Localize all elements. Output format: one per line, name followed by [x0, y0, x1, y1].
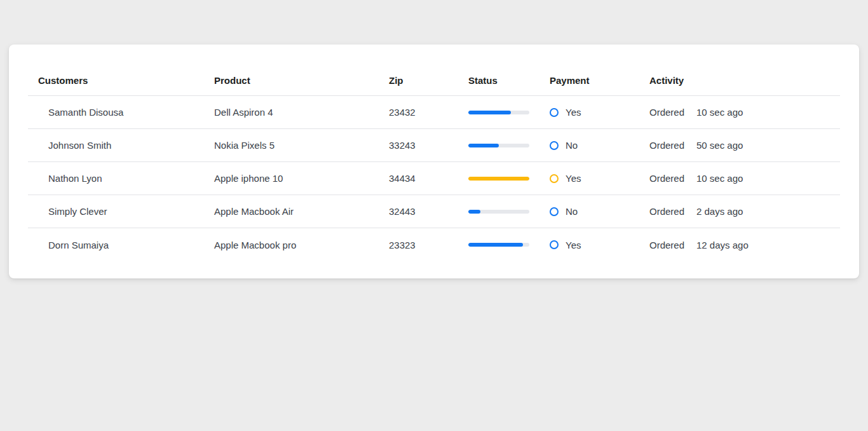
activity-status: Ordered — [649, 240, 696, 250]
activity-time: 12 days ago — [696, 240, 749, 250]
zip-value: 23323 — [389, 240, 468, 250]
table-header-row: Customers Product Zip Status Payment Act… — [28, 44, 840, 96]
customer-name: Samanth Disousa — [28, 107, 214, 118]
customer-name: Nathon Lyon — [28, 173, 214, 184]
zip-value: 33243 — [389, 140, 468, 151]
payment-radio[interactable] — [550, 108, 559, 117]
progress-fill — [468, 144, 499, 147]
activity-cell: Ordered 50 sec ago — [649, 140, 840, 151]
column-header-status: Status — [468, 75, 550, 86]
column-header-activity: Activity — [649, 75, 840, 86]
activity-time: 10 sec ago — [696, 107, 743, 118]
status-cell — [468, 144, 550, 147]
product-name: Dell Aspiron 4 — [214, 107, 389, 118]
column-header-customers: Customers — [28, 75, 214, 86]
progress-fill — [468, 210, 480, 214]
column-header-payment: Payment — [550, 75, 649, 86]
zip-value: 23432 — [389, 107, 468, 118]
product-name: Apple Macbook pro — [214, 240, 389, 250]
table-row: Johnson Smith Nokia Pixels 5 33243 No Or… — [28, 129, 840, 162]
activity-cell: Ordered 10 sec ago — [649, 173, 840, 184]
activity-status: Ordered — [649, 107, 696, 118]
progress-bar — [468, 210, 529, 214]
payment-label: No — [566, 206, 578, 217]
activity-status: Ordered — [649, 206, 696, 217]
progress-fill — [468, 243, 523, 247]
activity-cell: Ordered 12 days ago — [649, 240, 840, 250]
payment-cell: No — [550, 140, 649, 151]
activity-cell: Ordered 2 days ago — [649, 206, 840, 217]
table-row: Nathon Lyon Apple iphone 10 34434 Yes Or… — [28, 162, 840, 195]
column-header-product: Product — [214, 75, 389, 86]
customer-name: Dorn Sumaiya — [28, 240, 214, 250]
payment-cell: No — [550, 206, 649, 217]
activity-time: 10 sec ago — [696, 173, 743, 184]
table-row: Simply Clever Apple Macbook Air 32443 No… — [28, 195, 840, 228]
activity-status: Ordered — [649, 173, 696, 184]
column-header-zip: Zip — [389, 75, 468, 86]
activity-cell: Ordered 10 sec ago — [649, 107, 840, 118]
payment-cell: Yes — [550, 173, 649, 184]
progress-fill — [468, 177, 529, 181]
table-row: Samanth Disousa Dell Aspiron 4 23432 Yes… — [28, 96, 840, 129]
payment-label: Yes — [566, 107, 581, 118]
progress-bar — [468, 243, 529, 247]
zip-value: 34434 — [389, 173, 468, 184]
payment-radio[interactable] — [550, 240, 559, 249]
payment-label: No — [566, 140, 578, 151]
table-row: Dorn Sumaiya Apple Macbook pro 23323 Yes… — [28, 228, 840, 261]
status-cell — [468, 111, 550, 114]
orders-card: Customers Product Zip Status Payment Act… — [9, 44, 859, 278]
payment-label: Yes — [566, 173, 581, 184]
zip-value: 32443 — [389, 206, 468, 217]
payment-radio[interactable] — [550, 174, 559, 183]
product-name: Apple iphone 10 — [214, 173, 389, 184]
payment-label: Yes — [566, 240, 581, 250]
product-name: Apple Macbook Air — [214, 206, 389, 217]
progress-bar — [468, 144, 529, 147]
status-cell — [468, 177, 550, 181]
progress-bar — [468, 111, 529, 114]
status-cell — [468, 210, 550, 214]
activity-time: 50 sec ago — [696, 140, 743, 151]
progress-fill — [468, 111, 511, 114]
customer-name: Simply Clever — [28, 206, 214, 217]
payment-radio[interactable] — [550, 207, 559, 216]
product-name: Nokia Pixels 5 — [214, 140, 389, 151]
payment-cell: Yes — [550, 107, 649, 118]
status-cell — [468, 243, 550, 247]
payment-radio[interactable] — [550, 141, 559, 150]
activity-time: 2 days ago — [696, 206, 743, 217]
orders-table: Customers Product Zip Status Payment Act… — [28, 44, 840, 261]
payment-cell: Yes — [550, 240, 649, 250]
customer-name: Johnson Smith — [28, 140, 214, 151]
progress-bar — [468, 177, 529, 181]
activity-status: Ordered — [649, 140, 696, 151]
